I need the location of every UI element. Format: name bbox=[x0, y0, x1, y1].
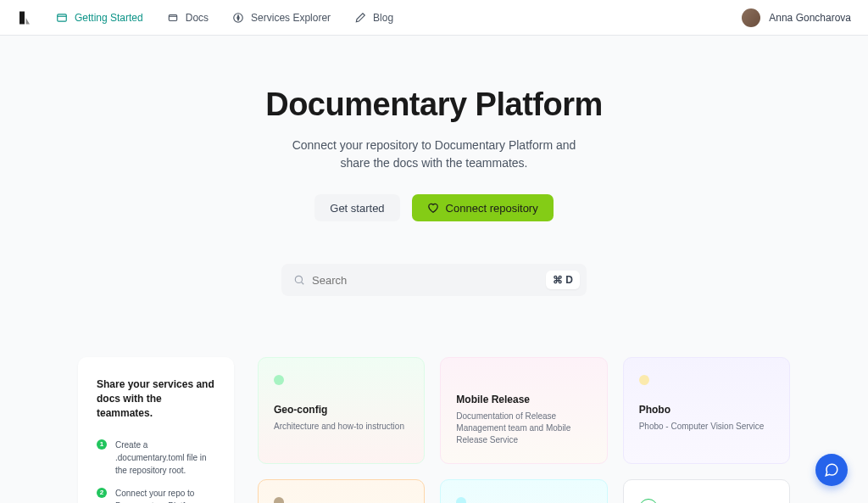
connect-repository-button[interactable]: Connect repository bbox=[412, 194, 554, 221]
explorer-icon bbox=[232, 12, 244, 24]
share-title: Share your services and docs with the te… bbox=[97, 377, 215, 420]
share-card: Share your services and docs with the te… bbox=[78, 357, 234, 503]
nav-docs[interactable]: Docs bbox=[167, 12, 209, 24]
nav-label: Docs bbox=[186, 12, 209, 24]
step-1: 1Create a .documentary.toml file in the … bbox=[97, 439, 215, 477]
docs-icon bbox=[167, 12, 179, 24]
search-shortcut: ⌘ D bbox=[546, 271, 580, 289]
status-dot bbox=[274, 375, 284, 385]
card-desc: Documentation of Release Management team… bbox=[456, 411, 591, 446]
more-card[interactable]: › bbox=[623, 479, 790, 503]
topbar-left: Getting Started Docs Services Explorer B… bbox=[17, 10, 393, 25]
svg-rect-0 bbox=[58, 14, 67, 20]
button-label: Connect repository bbox=[446, 202, 538, 215]
cta-row: Get started Connect repository bbox=[314, 194, 553, 221]
search-input[interactable] bbox=[312, 274, 546, 287]
svg-point-4 bbox=[295, 276, 302, 282]
blog-icon bbox=[354, 12, 366, 24]
page-title: Documentary Platform bbox=[265, 87, 603, 123]
nav-services-explorer[interactable]: Services Explorer bbox=[232, 12, 331, 24]
nav-getting-started[interactable]: Getting Started bbox=[56, 12, 143, 24]
service-card-geo-config[interactable]: Geo-config Architecture and how-to instr… bbox=[258, 357, 425, 464]
cards-grid: Geo-config Architecture and how-to instr… bbox=[258, 357, 790, 503]
chat-icon bbox=[824, 462, 839, 478]
service-card-mobile-release[interactable]: Mobile Release Documentation of Release … bbox=[440, 357, 607, 464]
status-dot bbox=[274, 497, 284, 503]
getting-started-icon bbox=[56, 12, 68, 24]
svg-rect-1 bbox=[169, 14, 176, 20]
service-card-phobo[interactable]: Phobo Phobo - Computer Vision Service bbox=[623, 357, 790, 464]
heart-icon bbox=[427, 202, 439, 214]
search-icon bbox=[293, 274, 305, 286]
user-menu[interactable]: Anna Goncharova bbox=[742, 8, 851, 27]
nav-label: Services Explorer bbox=[251, 12, 331, 24]
topbar: Getting Started Docs Services Explorer B… bbox=[0, 0, 868, 36]
get-started-button[interactable]: Get started bbox=[314, 194, 399, 221]
logo-icon bbox=[17, 10, 32, 25]
content-row: Share your services and docs with the te… bbox=[78, 357, 790, 503]
nav-blog[interactable]: Blog bbox=[354, 12, 393, 24]
step-number-icon: 2 bbox=[97, 488, 107, 498]
card-title: Geo-config bbox=[274, 404, 409, 416]
nav-label: Blog bbox=[373, 12, 393, 24]
step-number-icon: 1 bbox=[97, 439, 107, 450]
card-title: Mobile Release bbox=[456, 394, 591, 405]
username: Anna Goncharova bbox=[769, 12, 851, 24]
page-subtitle: Connect your repository to Documentary P… bbox=[281, 137, 587, 172]
chat-fab[interactable] bbox=[815, 454, 848, 486]
step-2: 2Connect your repo to Documentary Platfo… bbox=[97, 487, 215, 503]
card-desc: Architecture and how-to instruction bbox=[274, 421, 409, 433]
card-title: Phobo bbox=[639, 404, 774, 416]
card-desc: Phobo - Computer Vision Service bbox=[639, 421, 774, 433]
search-bar[interactable]: ⌘ D bbox=[281, 264, 587, 296]
svg-marker-3 bbox=[237, 15, 239, 20]
nav-label: Getting Started bbox=[75, 12, 143, 24]
avatar bbox=[742, 8, 760, 27]
main: Documentary Platform Connect your reposi… bbox=[0, 36, 868, 503]
service-card[interactable] bbox=[258, 479, 425, 503]
chevron-right-icon: › bbox=[639, 499, 658, 503]
step-text: Connect your repo to Documentary Platfor… bbox=[115, 487, 215, 503]
status-dot bbox=[639, 375, 649, 385]
status-dot bbox=[456, 497, 466, 503]
service-card[interactable] bbox=[440, 479, 607, 503]
step-text: Create a .documentary.toml file in the r… bbox=[115, 439, 215, 477]
